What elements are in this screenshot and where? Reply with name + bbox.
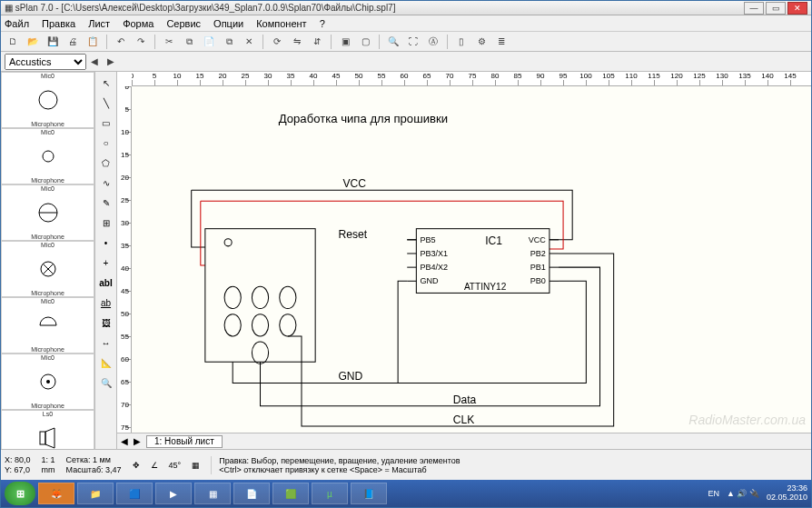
zoom-tool-icon[interactable]: 🔍 xyxy=(97,374,115,392)
schematic-drawing: Доработка чипа для прошивки VCC Reset xyxy=(132,86,811,433)
horizontal-ruler: 0510152025303540455055606570758085909510… xyxy=(132,72,811,86)
tab-prev-icon[interactable]: ◀ xyxy=(121,436,128,446)
angle-icon[interactable]: ∠ xyxy=(151,461,158,470)
delete-icon[interactable]: ✕ xyxy=(241,34,257,50)
svg-point-30 xyxy=(224,314,241,336)
bezier-tool-icon[interactable]: ∿ xyxy=(97,174,115,192)
maximize-button[interactable]: ▭ xyxy=(766,2,786,15)
new-icon[interactable]: 🗋 xyxy=(5,34,21,50)
print-icon[interactable]: 🖨 xyxy=(64,34,81,50)
library-item[interactable]: Mic0Microphone xyxy=(1,354,94,410)
drawing-canvas[interactable]: Доработка чипа для прошивки VCC Reset xyxy=(132,86,811,433)
undo-icon[interactable]: ↶ xyxy=(113,34,129,50)
library-item[interactable]: Mic0Microphone xyxy=(1,184,94,241)
align-icon[interactable]: ▦ xyxy=(192,461,200,470)
svg-point-28 xyxy=(252,286,268,308)
poly-tool-icon[interactable]: ⬠ xyxy=(97,154,115,172)
svg-point-32 xyxy=(280,314,296,336)
line-tool-icon[interactable]: ╲ xyxy=(97,94,115,112)
schematic-title: Доработка чипа для прошивки xyxy=(279,112,448,125)
ungroup-icon[interactable]: ▢ xyxy=(357,34,373,50)
tab-next-icon[interactable]: ▶ xyxy=(134,436,141,446)
task-splan[interactable]: ▦ xyxy=(194,483,231,504)
task-app1[interactable]: 🟦 xyxy=(116,483,153,504)
snap-icon[interactable]: ✥ xyxy=(133,461,140,470)
task-firefox[interactable]: 🦊 xyxy=(38,483,74,504)
task-app4[interactable]: 📘 xyxy=(351,483,387,504)
svg-point-27 xyxy=(224,286,241,308)
svg-point-9 xyxy=(46,380,50,383)
start-button[interactable]: ⊞ xyxy=(5,482,35,505)
mirror-v-icon[interactable]: ⇵ xyxy=(309,34,325,50)
menu-edit[interactable]: Правка xyxy=(42,18,75,29)
zoom-icon[interactable]: 🔍 xyxy=(385,34,401,50)
minimize-button[interactable]: — xyxy=(744,2,764,15)
library-item[interactable]: Mic0Microphone xyxy=(1,72,94,128)
svg-text:PB0: PB0 xyxy=(530,276,546,285)
menu-form[interactable]: Форма xyxy=(123,18,153,29)
svg-point-33 xyxy=(252,342,268,364)
paste-icon[interactable]: 📄 xyxy=(201,34,217,50)
svg-point-31 xyxy=(252,314,268,336)
tray-clock[interactable]: 23:3602.05.2010 xyxy=(767,484,807,503)
lib-prev-icon[interactable]: ◀ xyxy=(86,54,103,70)
library-item[interactable]: Mic0Microphone xyxy=(1,128,94,184)
window-titlebar: ▦ sPlan 7.0 - [C:\Users\Алексей\Desktop\… xyxy=(1,1,811,15)
redo-icon[interactable]: ↷ xyxy=(133,34,149,50)
windows-taskbar: ⊞ 🦊 📁 🟦 ▶ ▦ 📄 🟩 µ 📘 EN ▲ 🔊 🔌 23:3602.05.… xyxy=(1,480,811,507)
find-icon[interactable]: Ⓐ xyxy=(425,34,441,50)
zoom-fit-icon[interactable]: ⛶ xyxy=(405,34,421,50)
freehand-tool-icon[interactable]: ✎ xyxy=(97,194,115,212)
tool-palette: ↖ ╲ ▭ ○ ⬠ ∿ ✎ ⊞ • + abI ab 🖼 ↔ 📐 🔍 xyxy=(95,72,117,449)
net-vcc-label: VCC xyxy=(342,177,366,190)
status-hint: Правка: Выбор, перемещение, вращение, уд… xyxy=(211,456,460,474)
lib-next-icon[interactable]: ▶ xyxy=(103,54,119,70)
svg-rect-10 xyxy=(40,432,45,444)
cross-tool-icon[interactable]: + xyxy=(97,254,115,272)
save-icon[interactable]: 💾 xyxy=(45,34,61,50)
net-data-label: Data xyxy=(453,393,477,406)
group-icon[interactable]: ▣ xyxy=(337,34,353,50)
sheet-icon[interactable]: ▯ xyxy=(453,34,470,50)
dimension-tool-icon[interactable]: ↔ xyxy=(97,334,115,352)
tray-icons[interactable]: ▲ 🔊 🔌 xyxy=(727,489,759,498)
library-select[interactable]: Accustics xyxy=(5,54,86,70)
library-item[interactable]: Ls0Speaker xyxy=(1,410,94,449)
task-explorer[interactable]: 📁 xyxy=(77,483,114,504)
task-app2[interactable]: 📄 xyxy=(233,483,270,504)
rotate-icon[interactable]: ⟳ xyxy=(269,34,285,50)
measure-tool-icon[interactable]: 📐 xyxy=(97,354,115,372)
clipboard-icon[interactable]: 📋 xyxy=(84,34,101,50)
duplicate-icon[interactable]: ⧉ xyxy=(221,34,237,50)
menu-file[interactable]: Файл xyxy=(5,18,29,29)
menu-sheet[interactable]: Лист xyxy=(88,18,110,29)
circle-tool-icon[interactable]: ○ xyxy=(97,134,115,152)
layers-icon[interactable]: ≣ xyxy=(493,34,510,50)
label-tool-icon[interactable]: ab xyxy=(97,294,115,312)
rect-tool-icon[interactable]: ▭ xyxy=(97,114,115,132)
tray-lang[interactable]: EN xyxy=(708,489,720,498)
options-icon[interactable]: ⚙ xyxy=(473,34,490,50)
menu-help[interactable]: ? xyxy=(320,18,325,29)
library-item[interactable]: Mic0Microphone xyxy=(1,241,94,297)
window-title: sPlan 7.0 - [C:\Users\Алексей\Desktop\За… xyxy=(15,3,396,13)
open-icon[interactable]: 📂 xyxy=(25,34,41,50)
task-app3[interactable]: 🟩 xyxy=(272,483,309,504)
special-tool-icon[interactable]: ⊞ xyxy=(97,214,115,232)
menu-options[interactable]: Опции xyxy=(213,18,243,29)
mirror-h-icon[interactable]: ⇋ xyxy=(289,34,305,50)
task-utorrent[interactable]: µ xyxy=(312,483,348,504)
sheet-tab-1[interactable]: 1: Новый лист xyxy=(146,435,223,448)
copy-icon[interactable]: ⧉ xyxy=(181,34,197,50)
pointer-tool-icon[interactable]: ↖ xyxy=(97,74,115,92)
node-tool-icon[interactable]: • xyxy=(97,234,115,252)
menu-component[interactable]: Компонент xyxy=(256,18,306,29)
library-item[interactable]: Mic0Microphone xyxy=(1,297,94,354)
status-units: 1: 1mm xyxy=(42,455,55,475)
text-tool-icon[interactable]: abI xyxy=(97,274,115,292)
task-mediaplayer[interactable]: ▶ xyxy=(155,483,192,504)
menu-service[interactable]: Сервис xyxy=(166,18,201,29)
image-tool-icon[interactable]: 🖼 xyxy=(97,314,115,332)
cut-icon[interactable]: ✂ xyxy=(161,34,177,50)
close-button[interactable]: ✕ xyxy=(787,2,807,15)
